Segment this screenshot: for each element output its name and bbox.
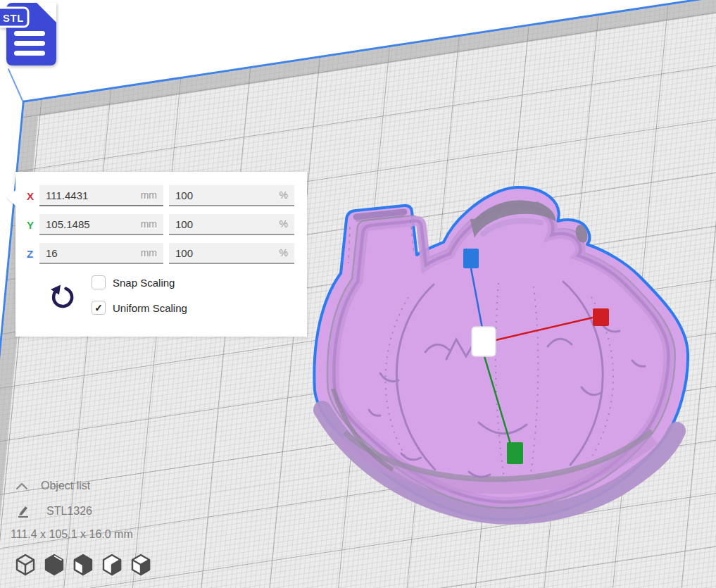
- uniform-scaling-checkmark: ✓: [94, 303, 103, 313]
- model-pumpkin-mold[interactable]: [301, 177, 705, 530]
- reset-scale-icon[interactable]: [48, 284, 76, 312]
- chevron-up-icon[interactable]: [14, 482, 30, 490]
- uniform-scaling-label[interactable]: Uniform Scaling: [113, 302, 187, 314]
- object-list-label: Object list: [41, 480, 90, 492]
- view-solid-icon[interactable]: [43, 553, 65, 576]
- stl-badge-text: STL: [3, 12, 24, 24]
- build-volume-corner-edge: [8, 68, 23, 101]
- view-preset-toolbar: [14, 553, 152, 576]
- scale-y-percent-unit: %: [280, 218, 288, 230]
- axis-label-x: X: [27, 190, 39, 202]
- gizmo-handle-center[interactable]: [472, 327, 496, 356]
- scale-row-y: Y 105.1485 mm 100 %: [27, 214, 296, 235]
- object-list-header[interactable]: Object list: [10, 477, 133, 494]
- scale-x-percent-input[interactable]: 100 %: [169, 185, 294, 206]
- gizmo-handle-z[interactable]: [463, 249, 479, 268]
- object-dimensions: 111.4 x 105.1 x 16.0 mm: [11, 528, 133, 541]
- view-left-icon[interactable]: [101, 553, 123, 576]
- scale-z-percent-unit: %: [280, 247, 288, 258]
- scale-y-percent-value: 100: [175, 218, 193, 230]
- scale-tool-panel: X 111.4431 mm 100 % Y 105.1485 mm 100 % …: [15, 172, 307, 337]
- gizmo-handle-x[interactable]: [593, 308, 609, 326]
- scale-y-mm-unit: mm: [141, 218, 157, 230]
- scale-z-percent-value: 100: [175, 247, 193, 259]
- stl-text-lines: [14, 31, 45, 56]
- object-name: STL1326: [46, 505, 92, 518]
- scale-row-z: Z 16 mm 100 %: [27, 243, 296, 264]
- gizmo-handle-y[interactable]: [507, 442, 523, 464]
- snap-scaling-checkbox[interactable]: [92, 275, 106, 289]
- axis-label-y: Y: [27, 219, 39, 231]
- edit-pencil-icon[interactable]: [15, 504, 31, 518]
- scale-y-percent-input[interactable]: 100 %: [169, 214, 294, 235]
- scale-z-mm-unit: mm: [141, 247, 157, 258]
- view-3d-icon[interactable]: [14, 553, 37, 576]
- scale-z-mm-value: 16: [46, 247, 58, 259]
- scale-x-percent-value: 100: [175, 189, 193, 201]
- view-top-icon[interactable]: [130, 553, 152, 576]
- scale-y-mm-value: 105.1485: [46, 218, 90, 230]
- object-info-panel: Object list STL1326 111.4 x 105.1 x 16.0…: [10, 477, 133, 541]
- snap-scaling-label[interactable]: Snap Scaling: [113, 277, 175, 289]
- scale-row-x: X 111.4431 mm 100 %: [27, 185, 296, 206]
- scale-x-mm-unit: mm: [141, 189, 157, 201]
- uniform-scaling-option: ✓ Uniform Scaling: [92, 301, 187, 315]
- uniform-scaling-checkbox[interactable]: ✓: [92, 301, 106, 315]
- scale-z-mm-input[interactable]: 16 mm: [39, 243, 163, 264]
- scale-x-percent-unit: %: [280, 189, 288, 201]
- object-list-item[interactable]: STL1326: [10, 503, 133, 520]
- scale-x-mm-value: 111.4431: [46, 189, 88, 201]
- axis-label-z: Z: [27, 248, 39, 260]
- stl-file-icon: STL: [0, 0, 70, 70]
- snap-scaling-option: Snap Scaling: [92, 275, 187, 289]
- scale-x-mm-input[interactable]: 111.4431 mm: [39, 185, 163, 206]
- scale-y-mm-input[interactable]: 105.1485 mm: [39, 214, 163, 235]
- scale-z-percent-input[interactable]: 100 %: [169, 243, 294, 264]
- view-front-icon[interactable]: [72, 553, 94, 576]
